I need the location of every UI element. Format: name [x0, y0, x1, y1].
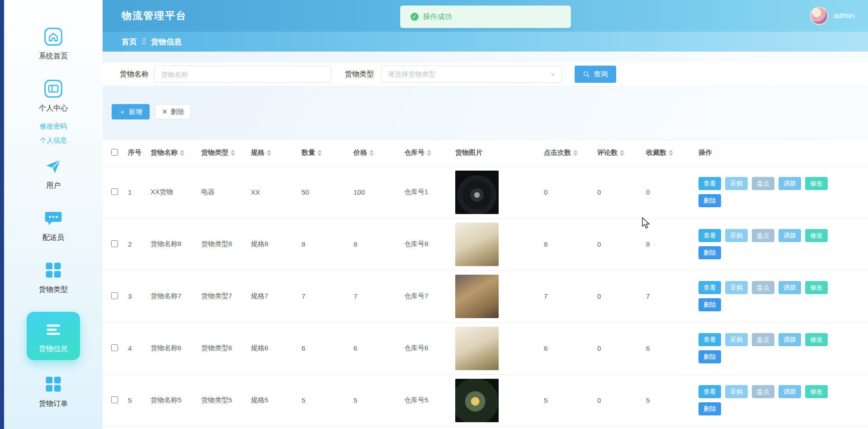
col-header-name[interactable]: 货物名称 — [149, 140, 199, 166]
col-header-warehouse[interactable]: 仓库号 — [402, 140, 453, 166]
success-toast: ✓ 操作成功 — [400, 5, 571, 28]
sort-caret-icon[interactable] — [267, 150, 271, 156]
cargo-table-card: 序号 货物名称 货物类型 规格 数量 价格 仓库号 货物图片 点击次数 评论数 … — [103, 139, 868, 429]
cell-comments: 0 — [595, 374, 644, 426]
sidebar-link-change-password[interactable]: 修改密码 — [40, 122, 67, 131]
transfer-button[interactable]: 调拨 — [778, 333, 801, 346]
row-delete-button[interactable]: 删除 — [698, 246, 721, 259]
sidebar-item-label: 货物订单 — [39, 399, 68, 409]
row-checkbox[interactable] — [111, 240, 118, 247]
cell-name: 货物名称6 — [149, 322, 199, 374]
sidebar-item-users[interactable]: 用户 — [43, 156, 64, 191]
purchase-button[interactable]: 采购 — [725, 177, 748, 190]
view-button[interactable]: 查看 — [698, 177, 721, 190]
sidebar-item-label: 货物类型 — [39, 285, 68, 295]
col-header-comments[interactable]: 评论数 — [595, 140, 644, 166]
sidebar-item-home[interactable]: 系统首页 — [39, 26, 68, 61]
row-delete-button[interactable]: 删除 — [698, 402, 721, 415]
col-header-index: 序号 — [126, 140, 149, 166]
stocktake-button[interactable]: 盘点 — [752, 229, 774, 242]
sidebar-item-couriers[interactable]: 配送员 — [42, 208, 64, 243]
product-image — [455, 275, 499, 318]
col-header-favorites[interactable]: 收藏数 — [644, 140, 697, 166]
edit-button[interactable]: 修改 — [805, 385, 828, 398]
product-image — [455, 379, 499, 422]
sort-caret-icon[interactable] — [669, 150, 673, 156]
edit-button[interactable]: 修改 — [805, 281, 828, 294]
view-button[interactable]: 查看 — [698, 385, 721, 398]
row-delete-button[interactable]: 删除 — [698, 350, 721, 363]
sidebar-item-profile[interactable]: 个人中心 — [39, 78, 68, 113]
cell-spec: 规格7 — [249, 270, 300, 322]
transfer-button[interactable]: 调拨 — [778, 281, 801, 294]
cell-index: 2 — [126, 218, 149, 270]
purchase-button[interactable]: 采购 — [725, 229, 748, 242]
transfer-button[interactable]: 调拨 — [778, 229, 801, 242]
stocktake-button[interactable]: 盘点 — [752, 177, 774, 190]
select-all-checkbox[interactable] — [111, 149, 118, 156]
breadcrumb-separator-icon: Ξ — [142, 37, 146, 46]
cell-spec: 规格8 — [249, 218, 300, 270]
view-button[interactable]: 查看 — [698, 333, 721, 346]
sort-caret-icon[interactable] — [427, 150, 431, 156]
avatar[interactable] — [810, 7, 828, 25]
cell-favorites: 5 — [644, 374, 697, 426]
row-checkbox[interactable] — [111, 344, 118, 351]
col-header-type[interactable]: 货物类型 — [199, 140, 249, 166]
cell-index: 1 — [126, 166, 149, 218]
cell-comments: 0 — [595, 270, 644, 322]
cell-index: 4 — [126, 322, 149, 374]
sidebar-item-cargo-type[interactable]: 货物类型 — [39, 260, 68, 295]
page-root: 系统首页 个人中心 修改密码 个人信息 用户 配送员 — [0, 0, 868, 429]
row-operations: 查看 采购 盘点 调拨 修改 删除 — [698, 385, 834, 415]
view-button[interactable]: 查看 — [698, 281, 721, 294]
cargo-name-input[interactable] — [154, 66, 331, 83]
sort-caret-icon[interactable] — [231, 150, 235, 156]
sort-caret-icon[interactable] — [369, 150, 374, 156]
row-checkbox[interactable] — [111, 292, 118, 299]
transfer-button[interactable]: 调拨 — [778, 177, 801, 190]
sort-caret-icon[interactable] — [317, 150, 322, 156]
list-icon — [43, 319, 64, 340]
row-checkbox[interactable] — [111, 188, 118, 195]
transfer-button[interactable]: 调拨 — [778, 385, 801, 398]
sidebar-item-cargo-info[interactable]: 货物信息 — [27, 312, 80, 360]
cell-type: 电器 — [199, 166, 249, 218]
row-checkbox[interactable] — [111, 396, 118, 403]
user-area[interactable]: admin — [810, 7, 854, 25]
purchase-button[interactable]: 采购 — [725, 281, 748, 294]
edit-button[interactable]: 修改 — [805, 177, 828, 190]
col-header-price[interactable]: 价格 — [352, 140, 402, 166]
cargo-type-select[interactable]: 请选择货物类型 ∨ — [381, 66, 562, 83]
stocktake-button[interactable]: 盘点 — [752, 333, 774, 346]
col-header-spec[interactable]: 规格 — [249, 140, 300, 166]
purchase-button[interactable]: 采购 — [725, 333, 748, 346]
sidebar-item-label: 配送员 — [42, 233, 64, 243]
stocktake-button[interactable]: 盘点 — [752, 385, 774, 398]
add-button[interactable]: ＋ 新增 — [112, 104, 150, 119]
cell-price: 5 — [352, 374, 402, 426]
cell-type: 货物类型5 — [199, 374, 249, 426]
query-button[interactable]: 查询 — [575, 66, 616, 83]
sidebar-item-cargo-orders[interactable]: 货物订单 — [39, 374, 68, 409]
sidebar-link-personal-info[interactable]: 个人信息 — [40, 136, 67, 145]
edit-button[interactable]: 修改 — [805, 333, 828, 346]
cell-favorites: 8 — [644, 218, 697, 270]
sort-caret-icon[interactable] — [620, 150, 624, 156]
delete-button[interactable]: ✕ 删除 — [155, 104, 191, 119]
table-actions: ＋ 新增 ✕ 删除 — [112, 104, 868, 119]
sort-caret-icon[interactable] — [180, 150, 184, 156]
stocktake-button[interactable]: 盘点 — [752, 281, 774, 294]
breadcrumb-home[interactable]: 首页 — [122, 37, 137, 47]
col-header-qty[interactable]: 数量 — [300, 140, 352, 166]
sidebar-item-label: 货物信息 — [39, 344, 68, 354]
close-icon: ✕ — [162, 108, 168, 116]
cell-warehouse: 仓库号1 — [402, 166, 453, 218]
sort-caret-icon[interactable] — [573, 150, 578, 156]
row-delete-button[interactable]: 删除 — [698, 298, 721, 311]
view-button[interactable]: 查看 — [698, 229, 721, 242]
col-header-clicks[interactable]: 点击次数 — [542, 140, 595, 166]
row-delete-button[interactable]: 删除 — [698, 194, 721, 207]
purchase-button[interactable]: 采购 — [725, 385, 748, 398]
edit-button[interactable]: 修改 — [805, 229, 828, 242]
